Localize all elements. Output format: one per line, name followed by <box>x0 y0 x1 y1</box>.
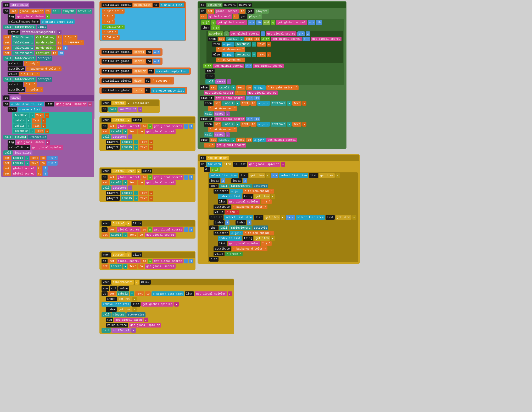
to-label: to <box>3 3 9 7</box>
block-init-spieler: initialize global spieler to ⊙ create em… <box>99 67 191 75</box>
block-init-table: initialize global table to ⊙ create empt… <box>99 87 187 94</box>
block-tableviewer1-click: when TableViewer1 ▾ Click row col value … <box>99 279 234 334</box>
block-init-score1: initialize global score1 to ⊙ 0 <box>99 48 163 56</box>
do-label: do <box>3 9 9 14</box>
block-initialize-globals: initialize global headerList to ⊙ make a… <box>99 1 186 41</box>
block-init-score2: initialize global score2 to ⊙ 0 <box>99 58 163 65</box>
block-red-or-green: to red_or_green do for each item in list… <box>198 154 360 264</box>
block-save2: to save2 do ⊙ add items to list list get… <box>1 94 94 177</box>
block-screen1-init: when Screen1 ▾ Initialize do call initTa… <box>99 99 160 113</box>
block-button1-click: when Button1 ▾ Click do set global score… <box>99 116 195 151</box>
block-button2-click: when Button2 when ▾ Click do set global … <box>99 167 195 202</box>
block-button4-click: when Button4 ▾ Click do set global score… <box>99 251 195 270</box>
func-name: initTable2 <box>10 3 29 7</box>
block-button3-click: when Button3 ▾ Click do set global score… <box>99 220 195 239</box>
block-init-daten: initialize global daten to * scopaDB * <box>99 77 174 84</box>
block-getScore: to getScore player1 player2 do set globa… <box>198 1 346 149</box>
canvas: to initTable2 do set global spieler to c… <box>0 0 532 412</box>
